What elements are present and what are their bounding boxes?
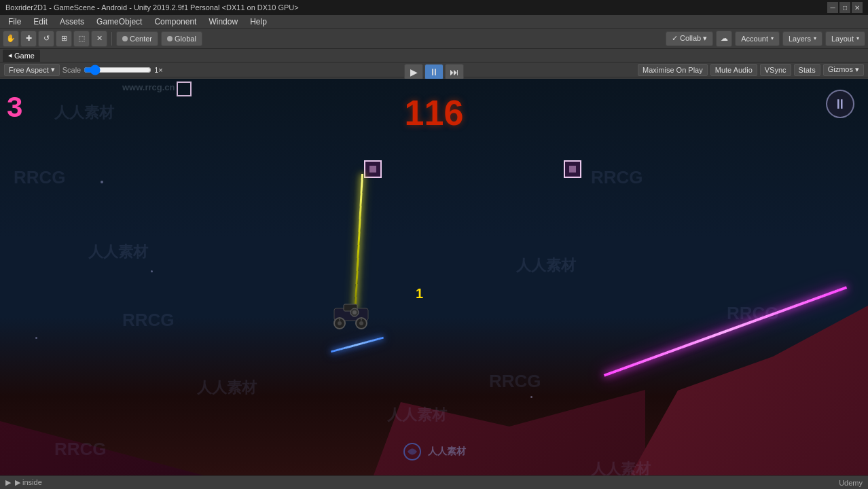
laser-yellow [355, 174, 363, 310]
rect-tool[interactable]: ⬚ [73, 31, 90, 47]
aspect-dropdown[interactable]: Free Aspect ▾ [4, 64, 60, 76]
rotate-tool[interactable]: ↺ [38, 31, 54, 47]
svg-point-3 [352, 310, 357, 314]
ui-box-top [177, 82, 192, 96]
play-icon: ▶ [5, 478, 11, 487]
particle-4 [530, 396, 532, 398]
stats-button[interactable]: Stats [794, 64, 820, 76]
back-arrow-icon: ◂ [8, 51, 12, 60]
watermark-4: RRCG [122, 310, 175, 331]
menu-component[interactable]: Component [149, 16, 202, 28]
pause-button[interactable]: ⏸ [424, 64, 444, 80]
watermark-1: 人人素材 [54, 103, 114, 123]
center-toggle[interactable]: Center [116, 31, 158, 46]
menubar: File Edit Assets GameObject Component Wi… [0, 15, 868, 29]
game-tab[interactable]: ◂ Game [3, 50, 40, 62]
menu-file[interactable]: File [3, 16, 26, 28]
close-button[interactable]: ✕ [852, 2, 863, 13]
bottom-watermark-text: 人人素材 [428, 446, 466, 458]
center-dot [122, 36, 128, 41]
layout-dropdown[interactable]: Layout ▾ [825, 31, 865, 46]
layers-label: Layers [789, 35, 811, 43]
bottom-watermark: 人人素材 [402, 441, 466, 462]
hand-tool[interactable]: ✋ [3, 31, 19, 47]
mute-audio-button[interactable]: Mute Audio [710, 64, 757, 76]
watermark-url: www.rrcg.cn [122, 82, 175, 92]
menu-assets[interactable]: Assets [54, 16, 90, 28]
watermark-3: 人人素材 [88, 242, 148, 262]
account-caret-icon: ▾ [771, 35, 774, 41]
title-text: Boxrider2D1 - GameScene - Android - Unit… [5, 3, 299, 12]
laser-blue [331, 337, 384, 353]
layers-caret-icon: ▾ [814, 35, 816, 41]
in-game-pause-button[interactable] [826, 90, 854, 118]
watermark-5: 人人素材 [197, 378, 257, 398]
terrain-right [630, 306, 868, 475]
vehicle [329, 303, 369, 323]
global-dot [167, 36, 173, 41]
inside-label: ▶ inside [15, 478, 42, 487]
watermark-8: 人人素材 [516, 255, 576, 276]
layers-dropdown[interactable]: Layers ▾ [782, 31, 822, 46]
tabs-bar: ◂ Game [0, 49, 868, 62]
target-box-2 [564, 160, 581, 178]
maximise-on-play-button[interactable]: Maximise On Play [638, 64, 708, 76]
vsync-button[interactable]: VSync [760, 64, 791, 76]
aspect-caret-icon: ▾ [51, 65, 55, 74]
play-controls: ▶ ⏸ ⏭ [404, 64, 464, 80]
game-canvas: www.rrcg.cn 人人素材 RRCG 人人素材 RRCG 人人素材 RRC… [0, 79, 868, 475]
toolbar-sep-1 [111, 32, 112, 46]
account-label: Account [741, 35, 768, 43]
menu-gameobject[interactable]: GameObject [91, 16, 147, 28]
watermark-9: RRCG [489, 371, 541, 392]
step-button[interactable]: ⏭ [445, 64, 464, 80]
score-display: 116 [405, 92, 464, 133]
titlebar: Boxrider2D1 - GameScene - Android - Unit… [0, 0, 868, 15]
particle-1 [101, 181, 103, 183]
collab-button[interactable]: ✓ Collab ▾ [666, 31, 713, 46]
global-toggle[interactable]: Global [161, 31, 202, 46]
udemy-label: Udemy [839, 479, 863, 487]
layout-label: Layout [831, 35, 854, 43]
global-label: Global [175, 35, 196, 43]
particle-2 [151, 270, 153, 272]
center-label: Center [130, 35, 152, 43]
menu-window[interactable]: Window [203, 16, 243, 28]
target-box-1 [364, 160, 382, 178]
scale-value: 1× [154, 66, 163, 74]
menu-edit[interactable]: Edit [28, 16, 53, 28]
toolbar-right: ✓ Collab ▾ ☁ Account ▾ Layers ▾ Layout ▾ [666, 31, 865, 47]
play-button[interactable]: ▶ [404, 64, 423, 80]
toolbar: ✋ ✚ ↺ ⊞ ⬚ ✕ Center Global ▶ ⏸ ⏭ ✓ Collab… [0, 29, 868, 49]
transform-tool[interactable]: ✕ [91, 31, 107, 47]
particle-3 [35, 337, 37, 339]
maximize-button[interactable]: □ [839, 2, 850, 13]
scale-slider[interactable] [84, 66, 151, 74]
scene-toolbar-right: Maximise On Play Mute Audio VSync Stats … [638, 64, 864, 76]
collab-check-icon: ✓ [672, 34, 678, 43]
transform-tools: ✋ ✚ ↺ ⊞ ⬚ ✕ [3, 31, 107, 47]
collab-label: Collab ▾ [680, 34, 707, 43]
aspect-label: Free Aspect [9, 66, 49, 74]
scale-tool[interactable]: ⊞ [56, 31, 72, 47]
watermark-2: RRCG [14, 167, 66, 188]
gizmos-dropdown[interactable]: Gizmos ▾ [823, 64, 864, 76]
lives-display: 3 [7, 91, 22, 124]
account-dropdown[interactable]: Account ▾ [735, 31, 780, 46]
cloud-button[interactable]: ☁ [716, 31, 732, 47]
game-tab-label: Game [14, 52, 35, 60]
svg-point-7 [359, 321, 363, 325]
svg-point-5 [338, 321, 342, 325]
statusbar: ▶ ▶ inside Udemy [0, 475, 868, 489]
layout-caret-icon: ▾ [856, 35, 859, 41]
move-tool[interactable]: ✚ [20, 31, 37, 47]
statusbar-right: Udemy [839, 479, 863, 487]
menu-help[interactable]: Help [245, 16, 272, 28]
terrain-left [0, 340, 204, 475]
watermark-7: RRCG [591, 167, 643, 188]
window-controls: ─ □ ✕ [827, 2, 863, 13]
scale-label: Scale [62, 66, 82, 74]
float-number: 1 [416, 286, 423, 302]
game-viewport: www.rrcg.cn 人人素材 RRCG 人人素材 RRCG 人人素材 RRC… [0, 79, 868, 475]
minimize-button[interactable]: ─ [827, 2, 838, 13]
